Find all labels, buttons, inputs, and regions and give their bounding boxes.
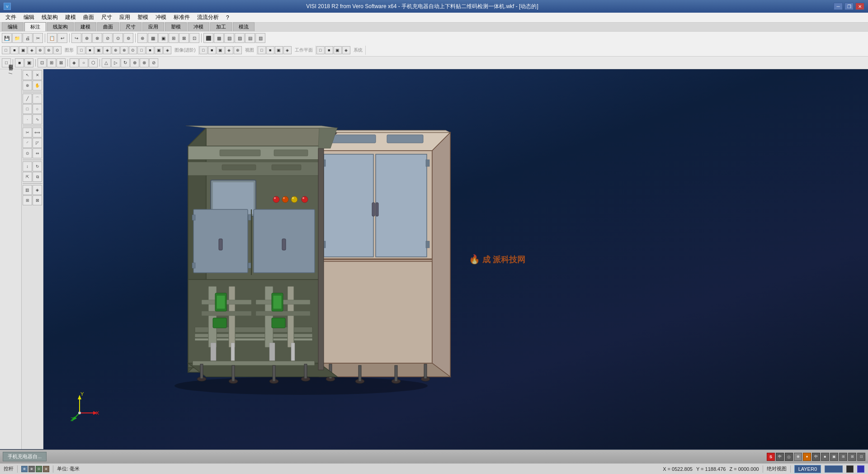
toolbar-btn-12[interactable]: ⊛ xyxy=(137,33,147,43)
toolbar-group-btn-视图-0[interactable]: □ xyxy=(199,46,208,54)
subtoolbar-btn-6[interactable]: ◈ xyxy=(70,58,79,67)
menu-item-流流分析[interactable]: 流流分析 xyxy=(193,13,222,22)
menu-item-?[interactable]: ? xyxy=(222,14,233,22)
lt-select-btn[interactable]: ↖ xyxy=(23,70,32,80)
status-icon-6[interactable]: ■ xyxy=(821,453,829,461)
toolbar-btn-22[interactable]: ▤ xyxy=(245,33,255,43)
taskbar-item-1[interactable]: 手机充电器自... xyxy=(3,452,47,461)
toolbar-group-btn-图像(进阶)-10[interactable]: ◈ xyxy=(163,46,171,54)
lt-color-btn[interactable]: ◈ xyxy=(33,185,42,195)
lt-zoom-btn[interactable]: ⊕ xyxy=(23,81,32,90)
toolbar-group-btn-系统-0[interactable]: □ xyxy=(316,46,325,54)
status-icon-9[interactable]: ⊠ xyxy=(848,453,856,461)
toolbar-btn-20[interactable]: ▧ xyxy=(224,33,234,43)
viewport[interactable]: 🔥 成 派科技网 Y X Z xyxy=(43,69,868,449)
status-icon-5[interactable]: 中 xyxy=(812,453,820,461)
toolbar-group-btn-视图-3[interactable]: ◈ xyxy=(225,46,233,54)
status-icon-1[interactable]: 中 xyxy=(776,453,784,461)
toolbar-group-btn-图形-6[interactable]: ⊙ xyxy=(53,46,61,54)
toolbar-group-btn-图像(进阶)-8[interactable]: ■ xyxy=(146,46,154,54)
toolbar-btn-4[interactable]: 📋 xyxy=(47,33,57,43)
ribbon-tab-2[interactable]: 线架构 xyxy=(47,22,74,31)
lt-pan-btn[interactable]: ✋ xyxy=(33,81,42,90)
toolbar-group-btn-视图-2[interactable]: ▣ xyxy=(217,46,225,54)
lt-rect-btn[interactable]: □ xyxy=(23,104,32,114)
lt-mirror-btn[interactable]: ⇔ xyxy=(33,148,42,158)
menu-item-冲模[interactable]: 冲模 xyxy=(152,13,170,22)
toolbar-group-btn-工作平面-1[interactable]: ■ xyxy=(266,46,274,54)
subtoolbar-btn-2[interactable]: ▣ xyxy=(24,58,33,67)
status-icon-7[interactable]: ▣ xyxy=(830,453,838,461)
toolbar-group-btn-图像(进阶)-3[interactable]: ◈ xyxy=(103,46,111,54)
toolbar-btn-23[interactable]: ▥ xyxy=(255,33,265,43)
toolbar-btn-10[interactable]: ⊙ xyxy=(113,33,123,43)
subtoolbar-btn-8[interactable]: ⬡ xyxy=(89,58,98,67)
ribbon-tab-8[interactable]: 冲模 xyxy=(188,22,209,31)
toolbar-btn-18[interactable]: ⬛ xyxy=(203,33,213,43)
ribbon-tab-7[interactable]: 塑模 xyxy=(165,22,187,31)
lt-fillet-btn[interactable]: ◜ xyxy=(23,138,32,148)
lt-extend-btn[interactable]: ⟺ xyxy=(33,128,42,137)
toolbar-btn-19[interactable]: ▩ xyxy=(214,33,224,43)
toolbar-group-btn-图形-1[interactable]: ■ xyxy=(10,46,19,54)
toolbar-group-btn-图像(进阶)-2[interactable]: ▣ xyxy=(94,46,103,54)
toolbar-btn-21[interactable]: ▨ xyxy=(235,33,245,43)
toolbar-group-btn-图像(进阶)-7[interactable]: □ xyxy=(137,46,146,54)
ribbon-tab-6[interactable]: 应用 xyxy=(142,22,164,31)
subtoolbar-btn-3[interactable]: ⊡ xyxy=(38,58,47,67)
lt-offset-btn[interactable]: ⊙ xyxy=(23,148,32,158)
ribbon-tab-9[interactable]: 加工 xyxy=(210,22,232,31)
status-icon-3[interactable]: ⊕ xyxy=(794,453,802,461)
lt-copy-btn[interactable]: ⧉ xyxy=(33,172,42,182)
ribbon-tab-10[interactable]: 模流 xyxy=(233,22,255,31)
status-icon-s[interactable]: S xyxy=(767,453,775,461)
subtoolbar-btn-12[interactable]: ⊕ xyxy=(130,58,139,67)
subtoolbar-btn-0[interactable]: □ xyxy=(2,58,11,67)
menu-item-塑模[interactable]: 塑模 xyxy=(134,13,152,22)
toolbar-group-btn-图像(进阶)-4[interactable]: ⊕ xyxy=(112,46,120,54)
lt-line-btn[interactable]: ╱ xyxy=(23,94,32,104)
toolbar-btn-17[interactable]: ⊡ xyxy=(189,33,199,43)
toolbar-btn-1[interactable]: 📁 xyxy=(12,33,22,43)
status-icon-8[interactable]: ⊞ xyxy=(839,453,847,461)
toolbar-group-btn-图形-4[interactable]: ⊕ xyxy=(36,46,44,54)
toolbar-btn-11[interactable]: ⊚ xyxy=(123,33,133,43)
toolbar-group-btn-视图-4[interactable]: ⊕ xyxy=(234,46,242,54)
toolbar-group-btn-视图-1[interactable]: ■ xyxy=(208,46,216,54)
toolbar-group-btn-图形-2[interactable]: ▣ xyxy=(19,46,27,54)
lt-point-btn[interactable]: · xyxy=(23,114,32,124)
subtoolbar-btn-4[interactable]: ⊞ xyxy=(47,58,56,67)
subtoolbar-btn-7[interactable]: ○ xyxy=(79,58,88,67)
toolbar-btn-3[interactable]: ✂ xyxy=(33,33,43,43)
lt-deselect-btn[interactable]: ✕ xyxy=(33,70,42,80)
toolbar-btn-6[interactable]: ↪ xyxy=(71,33,81,43)
toolbar-btn-15[interactable]: ⊞ xyxy=(169,33,179,43)
menu-item-编辑[interactable]: 编辑 xyxy=(20,13,38,22)
status-icon-2[interactable]: ◎ xyxy=(785,453,793,461)
toolbar-group-btn-图像(进阶)-1[interactable]: ■ xyxy=(86,46,94,54)
subtoolbar-btn-14[interactable]: ⊘ xyxy=(149,58,158,67)
toolbar-btn-0[interactable]: 💾 xyxy=(2,33,12,43)
restore-button[interactable]: ❐ xyxy=(844,3,854,10)
toolbar-btn-13[interactable]: ▦ xyxy=(148,33,158,43)
ribbon-tab-5[interactable]: 尺寸 xyxy=(120,22,142,31)
subtoolbar-btn-1[interactable]: ■ xyxy=(15,58,24,67)
minimize-button[interactable]: ─ xyxy=(834,3,843,10)
lt-move-btn[interactable]: ↕ xyxy=(23,161,32,171)
toolbar-group-btn-图形-3[interactable]: ◈ xyxy=(28,46,36,54)
lt-circle-btn[interactable]: ○ xyxy=(33,104,42,114)
ribbon-tab-3[interactable]: 建模 xyxy=(75,22,96,31)
close-button[interactable]: ✕ xyxy=(855,3,864,10)
toolbar-group-btn-工作平面-3[interactable]: ◈ xyxy=(283,46,292,54)
lt-chamfer-btn[interactable]: ◸ xyxy=(33,138,42,148)
lt-scale-btn[interactable]: ⇱ xyxy=(23,172,32,182)
toolbar-group-btn-工作平面-0[interactable]: □ xyxy=(258,46,266,54)
menu-item-尺寸[interactable]: 尺寸 xyxy=(98,13,116,22)
menu-item-线架构[interactable]: 线架构 xyxy=(38,13,61,22)
subtoolbar-btn-13[interactable]: ⊗ xyxy=(140,58,149,67)
ribbon-tab-0[interactable]: 编辑 xyxy=(2,22,24,31)
lt-layer-btn[interactable]: ▥ xyxy=(23,185,32,195)
toolbar-group-btn-图像(进阶)-0[interactable]: □ xyxy=(77,46,85,54)
toolbar-btn-2[interactable]: 🖨 xyxy=(23,33,33,43)
toolbar-group-btn-系统-1[interactable]: ■ xyxy=(325,46,333,54)
